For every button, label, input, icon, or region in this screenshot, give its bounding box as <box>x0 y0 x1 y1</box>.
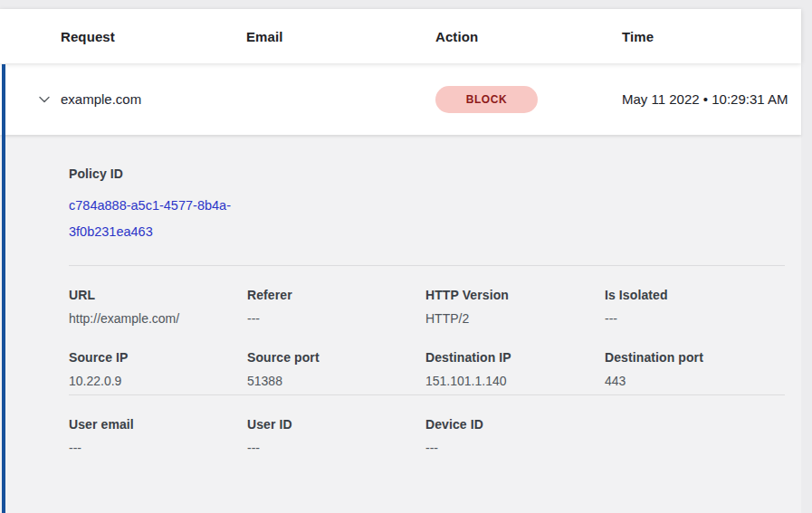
source-ip-field: Source IP 10.22.0.9 <box>69 350 247 388</box>
url-value: http://example.com/ <box>69 311 247 326</box>
column-header-email: Email <box>246 29 435 44</box>
column-header-request: Request <box>61 29 246 44</box>
source-port-value: 51388 <box>247 374 425 388</box>
destination-ip-value: 151.101.1.140 <box>425 374 605 388</box>
user-id-label: User ID <box>247 417 425 432</box>
source-port-field: Source port 51388 <box>247 350 425 388</box>
http-version-label: HTTP Version <box>425 288 605 302</box>
is-isolated-field: Is Isolated --- <box>605 288 785 326</box>
action-cell: BLOCK <box>435 86 622 113</box>
device-id-value: --- <box>425 441 605 455</box>
detail-row-network: Source IP 10.22.0.9 Source port 51388 De… <box>69 328 785 391</box>
table-row[interactable]: example.com BLOCK May 11 2022 • 10:29:31… <box>0 63 801 135</box>
http-version-value: HTTP/2 <box>425 311 605 326</box>
chevron-down-icon[interactable] <box>36 91 53 108</box>
is-isolated-value: --- <box>605 311 785 326</box>
block-badge: BLOCK <box>435 86 538 113</box>
user-id-value: --- <box>247 441 425 455</box>
is-isolated-label: Is Isolated <box>605 288 785 302</box>
source-ip-label: Source IP <box>69 350 247 365</box>
user-id-field: User ID --- <box>247 417 425 455</box>
user-email-label: User email <box>69 417 247 432</box>
detail-row-user: User email --- User ID --- Device ID --- <box>69 395 785 458</box>
destination-port-value: 443 <box>605 374 785 388</box>
column-header-time: Time <box>622 29 801 44</box>
user-email-value: --- <box>69 441 247 455</box>
url-label: URL <box>69 288 247 302</box>
table-header: Request Email Action Time <box>0 9 801 63</box>
expanded-details-panel: Policy ID c784a888-a5c1-4577-8b4a-3f0b23… <box>0 135 801 513</box>
destination-port-label: Destination port <box>605 350 785 365</box>
log-table-card: Request Email Action Time example.com BL… <box>0 9 801 513</box>
http-version-field: HTTP Version HTTP/2 <box>425 288 605 326</box>
url-field: URL http://example.com/ <box>69 288 247 326</box>
user-email-field: User email --- <box>69 417 247 455</box>
destination-ip-label: Destination IP <box>425 350 605 365</box>
device-id-label: Device ID <box>425 417 605 432</box>
time-value: May 11 2022 • 10:29:31 AM <box>622 89 801 110</box>
policy-id-field: Policy ID c784a888-a5c1-4577-8b4a-3f0b23… <box>69 166 785 245</box>
referer-value: --- <box>247 311 425 326</box>
policy-id-link[interactable]: c784a888-a5c1-4577-8b4a-3f0b231ea463 <box>69 193 250 245</box>
source-port-label: Source port <box>247 350 425 365</box>
destination-port-field: Destination port 443 <box>605 350 785 388</box>
expanded-row-accent-bar <box>2 64 5 513</box>
log-row-group: example.com BLOCK May 11 2022 • 10:29:31… <box>0 63 801 513</box>
request-value: example.com <box>61 91 246 107</box>
referer-label: Referer <box>247 288 425 302</box>
device-id-field: Device ID --- <box>425 417 605 455</box>
detail-row-http: URL http://example.com/ Referer --- HTTP… <box>69 266 785 328</box>
destination-ip-field: Destination IP 151.101.1.140 <box>425 350 605 388</box>
referer-field: Referer --- <box>247 288 425 326</box>
source-ip-value: 10.22.0.9 <box>69 374 247 388</box>
column-header-action: Action <box>435 29 622 44</box>
policy-id-label: Policy ID <box>69 166 785 181</box>
